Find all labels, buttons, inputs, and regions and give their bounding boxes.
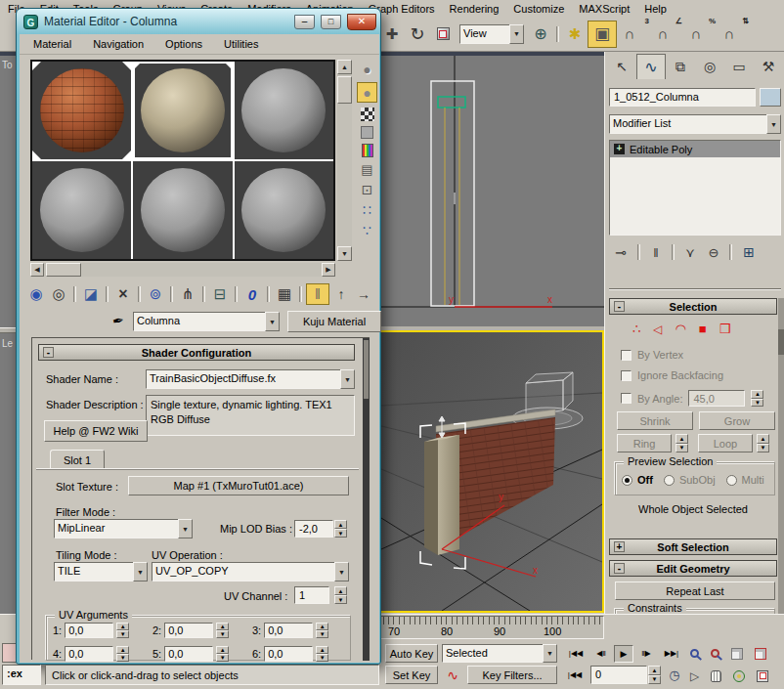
selection-set-dropdown[interactable]: Selected — [442, 644, 557, 663]
current-frame-field[interactable]: 0 — [590, 666, 647, 684]
time-configuration-icon[interactable]: ◷ — [665, 666, 684, 684]
object-name-field[interactable]: 1_0512_Columna — [609, 88, 756, 107]
uv-arg-2-field[interactable]: 0,0 — [164, 623, 213, 638]
chevron-down-icon[interactable] — [766, 114, 781, 134]
spinner-snap-icon[interactable]: ∩⇅ — [717, 22, 742, 47]
by-angle-checkbox[interactable] — [621, 393, 632, 404]
maxscript-listener-white[interactable]: :ex — [2, 665, 41, 685]
params-scrollbar[interactable] — [363, 338, 370, 661]
scroll-left-icon[interactable]: ◀ — [30, 263, 44, 277]
play-button-icon[interactable]: ▶ — [614, 645, 633, 663]
select-by-material-icon[interactable]: ∷ — [363, 202, 371, 218]
uv-arg-1-field[interactable]: 0,0 — [65, 623, 113, 638]
uv-arg-2-spinner[interactable] — [216, 623, 229, 638]
material-editor-window[interactable]: G Material Editor - Columna – □ ✕ Materi… — [16, 8, 381, 665]
element-mode-icon[interactable]: ❒ — [719, 322, 731, 336]
make-unique-icon[interactable]: ⋎ — [679, 239, 701, 265]
pin-stack-icon[interactable]: ⊸ — [609, 239, 632, 265]
menu-rendering[interactable]: Rendering — [450, 3, 500, 15]
select-manipulate-icon[interactable]: ✱ — [562, 22, 588, 47]
object-color-swatch[interactable] — [760, 88, 781, 107]
uv-arg-4-field[interactable]: 0,0 — [65, 646, 113, 662]
maximize-viewport-toggle-icon[interactable] — [757, 670, 768, 682]
close-button[interactable]: ✕ — [347, 14, 376, 30]
me-menu-utilities[interactable]: Utilities — [224, 38, 258, 50]
sample-slot-columna-active[interactable] — [133, 62, 232, 159]
mip-lod-bias-field[interactable]: -2,0 — [294, 520, 333, 538]
go-forward-sibling-icon[interactable]: → — [353, 281, 374, 307]
uv-arg-6-spinner[interactable] — [316, 646, 328, 662]
uv-arg-5-spinner[interactable] — [216, 646, 229, 662]
field-of-view-icon[interactable]: ▷ — [690, 669, 699, 683]
uv-arg-6-field[interactable]: 0,0 — [264, 646, 313, 662]
slot1-tab[interactable]: Slot 1 — [50, 450, 105, 469]
uv-arg-1-spinner[interactable] — [116, 623, 129, 638]
chevron-down-icon[interactable] — [334, 562, 349, 581]
shrink-button[interactable]: Shrink — [617, 411, 693, 430]
modifier-list-dropdown[interactable]: Modifier List — [609, 114, 781, 134]
sample-slot-4[interactable] — [32, 161, 131, 259]
uv-arg-3-spinner[interactable] — [316, 623, 328, 638]
sample-slot-5[interactable] — [133, 161, 232, 259]
me-menu-options[interactable]: Options — [165, 38, 202, 50]
material-options-icon[interactable]: ⊡ — [362, 182, 373, 197]
reference-coordinate-dropdown[interactable]: View — [459, 24, 524, 44]
slots-vertical-scrollbar[interactable]: ▲ ▼ — [337, 60, 352, 261]
ring-button[interactable]: Ring — [617, 434, 672, 452]
scroll-up-icon[interactable]: ▲ — [337, 60, 352, 74]
edge-mode-icon[interactable]: ◁ — [653, 323, 662, 336]
me-menu-material[interactable]: Material — [33, 38, 71, 50]
previous-frame-icon[interactable]: ◀‖ — [591, 649, 611, 658]
sample-type-icon[interactable]: ● — [363, 62, 370, 77]
command-panel-scrollbar[interactable] — [778, 298, 784, 639]
next-frame-icon[interactable]: ‖▶ — [636, 649, 656, 658]
sample-slot-3[interactable] — [235, 62, 333, 159]
set-key-button[interactable]: Set Key — [385, 666, 438, 684]
preview-multi-radio[interactable] — [726, 475, 737, 486]
by-angle-spinner[interactable] — [751, 390, 763, 407]
loop-button[interactable]: Loop — [698, 434, 753, 452]
material-editor-titlebar[interactable]: G Material Editor - Columna – □ ✕ — [17, 9, 380, 34]
front-viewport-canvas[interactable]: y x — [379, 56, 604, 326]
make-preview-icon[interactable]: ▤ — [361, 162, 372, 177]
mip-lod-bias-spinner[interactable] — [334, 520, 347, 538]
configure-modifier-sets-icon[interactable]: ⊞ — [737, 239, 761, 265]
key-filters-button[interactable]: Key Filters... — [467, 666, 557, 684]
snaps-toggle-icon[interactable]: ▣ — [588, 21, 617, 48]
put-to-library-icon[interactable]: ⊟ — [209, 281, 231, 307]
shader-config-rollout-header[interactable]: - Shader Configuration — [38, 344, 355, 361]
arc-rotate-icon[interactable] — [733, 670, 745, 682]
stack-expand-icon[interactable]: + — [614, 144, 625, 154]
selection-rollout-header[interactable]: - Selection — [609, 298, 777, 315]
go-to-end-icon[interactable]: ▶▶| — [659, 649, 684, 658]
backlight-icon[interactable]: ● — [357, 82, 377, 103]
go-to-start-icon[interactable]: |◀◀ — [563, 649, 588, 658]
scrollbar-thumb[interactable] — [778, 329, 784, 355]
frame-spinner[interactable] — [648, 666, 661, 684]
zoom-all-icon[interactable] — [711, 649, 719, 658]
edit-geometry-rollout-header[interactable]: - Edit Geometry — [609, 560, 777, 577]
make-material-copy-icon[interactable]: ⊚ — [145, 281, 166, 307]
perspective-viewport-canvas[interactable]: y x — [381, 332, 602, 611]
material-id-channel-icon[interactable]: 0 — [241, 281, 263, 307]
pick-material-dropper-icon[interactable]: ✒ — [109, 311, 129, 331]
repeat-last-button[interactable]: Repeat Last — [615, 581, 775, 600]
remove-modifier-icon[interactable]: ⊖ — [703, 239, 724, 265]
maximize-button[interactable]: □ — [321, 15, 341, 29]
perspective-viewport[interactable]: y x — [379, 330, 604, 613]
shader-name-dropdown[interactable]: TrainBasicObjectDiffuse.fx — [146, 369, 355, 389]
tab-display[interactable]: ▭ — [724, 54, 754, 79]
chevron-down-icon[interactable] — [133, 562, 148, 581]
tab-create[interactable]: ↖ — [607, 54, 636, 79]
uv-channel-spinner[interactable] — [334, 586, 347, 604]
chevron-down-icon[interactable] — [509, 24, 524, 44]
uv-arg-4-spinner[interactable] — [116, 646, 129, 662]
previous-key-icon[interactable]: |◀◀ — [563, 666, 587, 684]
me-menu-navigation[interactable]: Navigation — [93, 38, 144, 50]
auto-key-button[interactable]: Auto Key — [385, 644, 438, 663]
filter-mode-dropdown[interactable]: MipLinear — [54, 519, 193, 538]
make-unique-icon[interactable]: ⋔ — [177, 281, 198, 307]
scrollbar-thumb[interactable] — [364, 340, 369, 399]
border-mode-icon[interactable]: ◠ — [675, 322, 686, 336]
material-map-navigator-icon[interactable]: ∵ — [363, 223, 371, 238]
